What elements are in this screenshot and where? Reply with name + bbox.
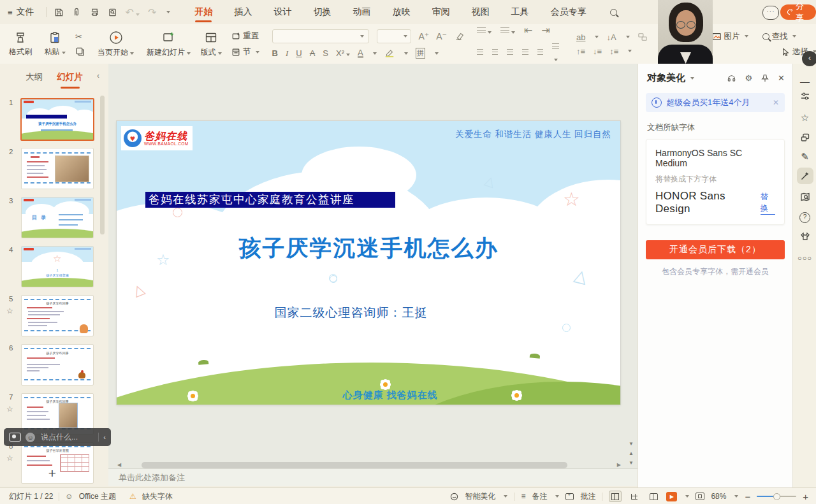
pin-icon[interactable]	[761, 74, 769, 83]
collapse-rail-icon[interactable]: —	[797, 73, 813, 89]
smart-beautify-button[interactable]: 智能美化	[465, 491, 495, 502]
paragraph-spacing-button[interactable]: ↕≡	[609, 47, 618, 56]
redo-button[interactable]: ↷	[148, 6, 156, 18]
bold-button[interactable]: B	[272, 48, 278, 58]
font-family-caret[interactable]	[360, 35, 364, 38]
undo-caret[interactable]	[136, 13, 140, 16]
paste-button[interactable]: 粘贴	[41, 31, 69, 57]
normal-view-button[interactable]	[609, 491, 622, 502]
underline-button[interactable]: U	[296, 48, 302, 58]
font-family-select[interactable]	[272, 29, 369, 43]
replace-font-link[interactable]: 替换	[761, 191, 775, 215]
shrink-text-caret[interactable]	[595, 36, 599, 38]
layout-button[interactable]: 版式	[197, 31, 225, 58]
emoji-icon[interactable]: ☺	[26, 433, 35, 442]
slide-thumbnail-1[interactable]: 孩子厌学沉迷手机怎么办	[20, 98, 94, 141]
picture-caret[interactable]	[745, 35, 748, 38]
export-pdf-icon[interactable]	[72, 8, 82, 17]
save-icon[interactable]	[54, 8, 64, 17]
tab-tools[interactable]: 工具	[509, 1, 530, 24]
slide-motto-text[interactable]: 关爱生命 和谐生活 健康人生 回归自然	[455, 129, 611, 140]
cut-button[interactable]: ✂	[75, 32, 85, 41]
camera-toggle-icon[interactable]	[9, 433, 21, 442]
row-spacing-up-button[interactable]: ↑≡	[576, 47, 585, 56]
properties-icon[interactable]	[797, 88, 813, 104]
panel-title[interactable]: 对象美化	[647, 72, 685, 84]
align-left-button[interactable]	[477, 49, 483, 55]
distribute-button[interactable]	[537, 49, 544, 55]
slide-row-1[interactable]: 1 孩子厌学沉迷手机怎么办	[0, 99, 108, 139]
reading-view-button[interactable]	[647, 491, 660, 502]
find-caret[interactable]	[792, 35, 796, 38]
beautify-wand-icon[interactable]	[797, 168, 813, 184]
tab-slides[interactable]: 幻灯片	[57, 71, 83, 83]
font-color-caret[interactable]	[373, 52, 377, 55]
tab-insert[interactable]: 插入	[233, 1, 253, 24]
share-button[interactable]: 分享	[780, 4, 816, 20]
message-center-icon[interactable]: ···	[762, 6, 779, 20]
tab-slideshow[interactable]: 放映	[391, 1, 411, 24]
align-center-button[interactable]	[492, 49, 499, 55]
highlight-caret[interactable]	[404, 52, 408, 55]
font-family-input[interactable]	[273, 31, 358, 41]
tab-animations[interactable]: 动画	[351, 1, 372, 24]
slide-sorter-view-button[interactable]	[628, 491, 641, 502]
numbering-button[interactable]	[500, 25, 515, 36]
slide-presenter-text[interactable]: 国家二级心理咨询师：王挺	[117, 305, 620, 321]
superscript-button[interactable]: X²	[336, 48, 350, 58]
line-spacing-button[interactable]	[552, 41, 564, 64]
previous-slide-button[interactable]: ▲	[629, 450, 634, 456]
slide-row-5[interactable]: 5 ☆ 孩子厌学咋回事	[0, 295, 108, 335]
bullets-caret[interactable]	[488, 31, 492, 34]
print-preview-icon[interactable]	[108, 8, 117, 17]
smart-beautify-caret[interactable]	[504, 495, 507, 498]
slide-row-7[interactable]: 7 ☆ 孩子厌学咋回事	[0, 393, 108, 433]
close-promo-icon[interactable]: ✕	[773, 98, 779, 107]
reset-button[interactable]: 重置	[231, 31, 259, 41]
notes-button[interactable]: 备注	[532, 491, 547, 502]
zoom-in-button[interactable]: +	[803, 491, 808, 502]
collapse-chat-icon[interactable]: ‹	[103, 433, 106, 441]
slide-editor[interactable]: ♥ 爸妈在线 WWW.BAMAOL.COM 关爱生命 和谐生活 健康人生 回归自…	[117, 121, 620, 405]
numbering-caret[interactable]	[511, 31, 515, 34]
align-right-button[interactable]	[507, 49, 513, 55]
slideshow-play-button[interactable]: ▶	[666, 492, 677, 501]
slide-thumbnail-6[interactable]: 孩子厌学咋回事	[21, 344, 94, 385]
slide-thumbnail-2[interactable]	[21, 148, 94, 189]
bullets-button[interactable]	[477, 25, 492, 36]
scroll-right-arrow[interactable]: ▶	[617, 462, 621, 468]
font-size-select[interactable]	[377, 29, 411, 43]
theme-button[interactable]: Office 主题	[79, 491, 116, 502]
find-button[interactable]: 查找	[762, 31, 796, 42]
justify-button[interactable]	[522, 49, 528, 55]
horizontal-scrollbar[interactable]: ◀ ▶	[117, 461, 621, 468]
slide-row-3[interactable]: 3 目 录	[0, 197, 108, 237]
strikethrough-button[interactable]: A	[310, 48, 316, 58]
file-menu-button[interactable]: 文件	[17, 6, 34, 18]
play-mode-caret[interactable]	[685, 495, 689, 498]
tab-transitions[interactable]: 切换	[312, 1, 332, 24]
zoom-caret[interactable]	[734, 495, 738, 498]
paste-caret[interactable]	[62, 52, 66, 54]
customize-qat-caret[interactable]	[166, 11, 170, 13]
phonetic-caret[interactable]	[435, 52, 439, 55]
skin-icon[interactable]	[797, 228, 813, 245]
zoom-out-button[interactable]: −	[745, 491, 750, 502]
format-painter-button[interactable]: 格式刷	[6, 31, 34, 57]
close-panel-icon[interactable]: ✕	[778, 73, 785, 83]
phonetic-guide-button[interactable]: 拼	[416, 48, 425, 59]
picture-button[interactable]: 图片	[711, 31, 748, 42]
help-icon[interactable]: ?	[797, 209, 813, 226]
collapse-panel-icon[interactable]: ‹	[97, 71, 99, 80]
section-button[interactable]: 节	[231, 47, 259, 57]
play-caret[interactable]	[130, 52, 134, 55]
font-size-input[interactable]	[377, 31, 402, 41]
tab-view[interactable]: 视图	[470, 1, 490, 24]
superscript-caret[interactable]	[346, 54, 350, 56]
next-slide-button[interactable]: ▼	[629, 460, 634, 466]
slide-thumbnail-4[interactable]: ☆ 1 孩子厌学很普遍	[21, 246, 94, 287]
headset-icon[interactable]	[727, 73, 736, 83]
font-size-caret[interactable]	[404, 35, 407, 38]
row-spacing-down-button[interactable]: ↓≡	[593, 47, 602, 56]
text-direction-button[interactable]: ↓A	[606, 32, 616, 42]
